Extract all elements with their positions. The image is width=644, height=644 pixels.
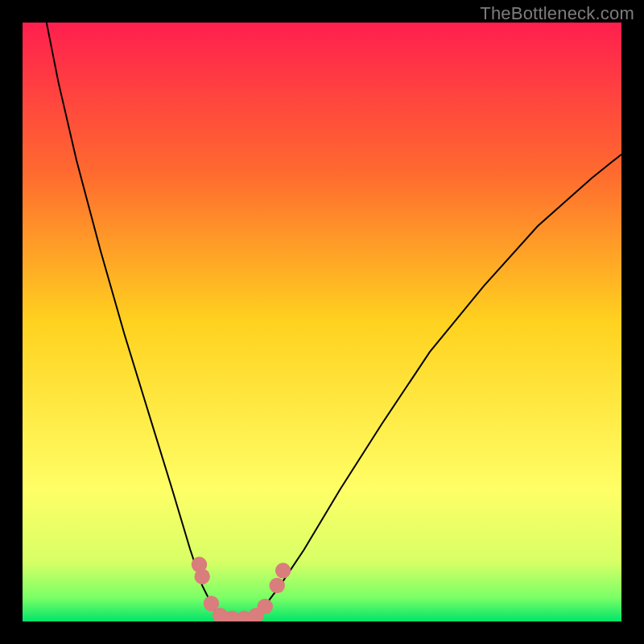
gradient-background [23, 23, 621, 621]
data-marker [270, 578, 285, 593]
chart-svg [23, 23, 621, 621]
data-marker [258, 599, 273, 614]
watermark-text: TheBottleneck.com [480, 3, 634, 24]
outer-frame: TheBottleneck.com [0, 0, 644, 644]
data-marker [195, 569, 210, 584]
plot-area [23, 23, 621, 621]
data-marker [275, 563, 291, 578]
